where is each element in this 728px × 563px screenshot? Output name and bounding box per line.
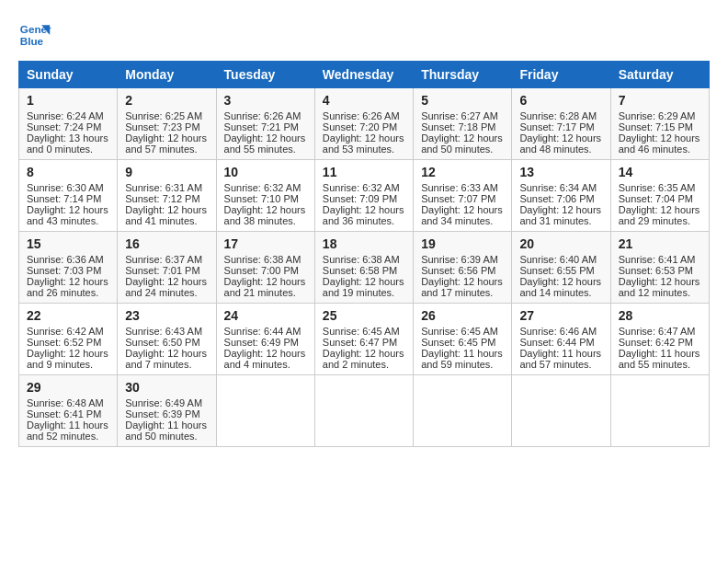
calendar-cell: 14Sunrise: 6:35 AMSunset: 7:04 PMDayligh… bbox=[610, 160, 709, 232]
day-info-line: Daylight: 11 hours bbox=[421, 348, 504, 359]
day-info-line: Sunset: 7:12 PM bbox=[125, 193, 208, 204]
calendar-cell: 19Sunrise: 6:39 AMSunset: 6:56 PMDayligh… bbox=[414, 232, 512, 304]
day-number: 7 bbox=[619, 93, 701, 108]
day-info-line: Sunset: 7:09 PM bbox=[323, 193, 405, 204]
day-info-line: Sunrise: 6:32 AM bbox=[323, 182, 405, 193]
day-info-line: Sunrise: 6:32 AM bbox=[224, 182, 307, 193]
calendar-cell: 30Sunrise: 6:49 AMSunset: 6:39 PMDayligh… bbox=[118, 375, 216, 447]
day-info-line: Daylight: 12 hours bbox=[421, 204, 504, 215]
day-info-line: Sunset: 6:39 PM bbox=[125, 408, 208, 419]
calendar-cell: 18Sunrise: 6:38 AMSunset: 6:58 PMDayligh… bbox=[314, 232, 413, 304]
day-info-line: Daylight: 12 hours bbox=[125, 348, 208, 359]
day-info-line: Sunset: 7:18 PM bbox=[421, 121, 504, 132]
day-info-line: and 36 minutes. bbox=[323, 215, 405, 226]
calendar-cell: 25Sunrise: 6:45 AMSunset: 6:47 PMDayligh… bbox=[314, 304, 413, 375]
day-info-line: Daylight: 12 hours bbox=[421, 132, 504, 144]
day-info-line: Daylight: 12 hours bbox=[323, 132, 405, 144]
day-number: 26 bbox=[421, 308, 504, 323]
day-info-line: Sunrise: 6:34 AM bbox=[519, 182, 602, 193]
day-info-line: and 0 minutes. bbox=[27, 144, 109, 155]
calendar-cell: 26Sunrise: 6:45 AMSunset: 6:45 PMDayligh… bbox=[414, 304, 512, 375]
day-info-line: Sunset: 7:24 PM bbox=[27, 121, 109, 132]
day-info-line: Sunset: 7:10 PM bbox=[224, 193, 307, 204]
day-info-line: Sunset: 6:56 PM bbox=[421, 265, 504, 276]
calendar-cell: 20Sunrise: 6:40 AMSunset: 6:55 PMDayligh… bbox=[512, 232, 610, 304]
day-info-line: and 48 minutes. bbox=[519, 144, 602, 155]
day-number: 20 bbox=[519, 236, 602, 251]
calendar-cell: 7Sunrise: 6:29 AMSunset: 7:15 PMDaylight… bbox=[610, 88, 709, 160]
day-info-line: and 57 minutes. bbox=[125, 144, 208, 155]
day-info-line: Daylight: 12 hours bbox=[323, 276, 405, 287]
day-number: 3 bbox=[224, 93, 307, 108]
day-info-line: and 31 minutes. bbox=[519, 215, 602, 226]
day-info-line: Sunset: 7:17 PM bbox=[519, 121, 602, 132]
day-info-line: Sunrise: 6:31 AM bbox=[125, 182, 208, 193]
calendar-cell: 24Sunrise: 6:44 AMSunset: 6:49 PMDayligh… bbox=[216, 304, 314, 375]
day-info-line: and 12 minutes. bbox=[619, 287, 701, 298]
calendar-cell: 1Sunrise: 6:24 AMSunset: 7:24 PMDaylight… bbox=[19, 88, 118, 160]
day-info-line: Sunrise: 6:44 AM bbox=[224, 326, 307, 337]
day-info-line: Daylight: 12 hours bbox=[619, 132, 701, 144]
day-info-line: Daylight: 12 hours bbox=[125, 204, 208, 215]
day-number: 23 bbox=[125, 308, 208, 323]
day-info-line: Daylight: 12 hours bbox=[27, 204, 109, 215]
day-info-line: Sunrise: 6:36 AM bbox=[27, 254, 109, 265]
calendar-cell: 6Sunrise: 6:28 AMSunset: 7:17 PMDaylight… bbox=[512, 88, 610, 160]
day-info-line: and 43 minutes. bbox=[27, 215, 109, 226]
day-info-line: Sunrise: 6:28 AM bbox=[519, 110, 602, 121]
day-info-line: Daylight: 12 hours bbox=[224, 348, 307, 359]
day-number: 10 bbox=[224, 165, 307, 179]
day-info-line: Sunset: 6:47 PM bbox=[323, 337, 405, 348]
day-info-line: Sunset: 7:00 PM bbox=[224, 265, 307, 276]
day-info-line: and 4 minutes. bbox=[224, 359, 307, 370]
day-info-line: Sunset: 7:23 PM bbox=[125, 121, 208, 132]
header-sunday: Sunday bbox=[19, 62, 118, 88]
day-number: 13 bbox=[519, 165, 602, 179]
day-info-line: and 24 minutes. bbox=[125, 287, 208, 298]
day-info-line: Sunrise: 6:47 AM bbox=[619, 326, 701, 337]
calendar-cell: 15Sunrise: 6:36 AMSunset: 7:03 PMDayligh… bbox=[19, 232, 118, 304]
calendar-cell: 2Sunrise: 6:25 AMSunset: 7:23 PMDaylight… bbox=[118, 88, 216, 160]
day-number: 25 bbox=[323, 308, 405, 323]
calendar-cell: 10Sunrise: 6:32 AMSunset: 7:10 PMDayligh… bbox=[216, 160, 314, 232]
calendar-cell: 11Sunrise: 6:32 AMSunset: 7:09 PMDayligh… bbox=[314, 160, 413, 232]
day-info-line: Sunrise: 6:48 AM bbox=[27, 397, 109, 408]
day-number: 1 bbox=[27, 93, 109, 108]
day-info-line: and 14 minutes. bbox=[519, 287, 602, 298]
day-info-line: Daylight: 12 hours bbox=[323, 348, 405, 359]
calendar-cell: 9Sunrise: 6:31 AMSunset: 7:12 PMDaylight… bbox=[118, 160, 216, 232]
day-info-line: Sunrise: 6:45 AM bbox=[323, 326, 405, 337]
calendar-cell: 17Sunrise: 6:38 AMSunset: 7:00 PMDayligh… bbox=[216, 232, 314, 304]
day-number: 8 bbox=[27, 165, 109, 179]
day-info-line: Daylight: 12 hours bbox=[519, 276, 602, 287]
day-number: 16 bbox=[125, 236, 208, 251]
day-info-line: Sunset: 7:20 PM bbox=[323, 121, 405, 132]
day-info-line: Sunset: 6:41 PM bbox=[27, 408, 109, 419]
day-info-line: Daylight: 12 hours bbox=[27, 348, 109, 359]
day-info-line: Sunrise: 6:38 AM bbox=[224, 254, 307, 265]
day-info-line: Daylight: 12 hours bbox=[125, 276, 208, 287]
day-info-line: and 50 minutes. bbox=[421, 144, 504, 155]
day-info-line: Sunset: 7:15 PM bbox=[619, 121, 701, 132]
day-info-line: and 41 minutes. bbox=[125, 215, 208, 226]
day-info-line: Sunset: 7:01 PM bbox=[125, 265, 208, 276]
day-info-line: Sunrise: 6:30 AM bbox=[27, 182, 109, 193]
day-info-line: Sunrise: 6:42 AM bbox=[27, 326, 109, 337]
day-info-line: Daylight: 12 hours bbox=[224, 132, 307, 144]
day-number: 6 bbox=[519, 93, 602, 108]
day-info-line: Daylight: 12 hours bbox=[619, 204, 701, 215]
day-info-line: Sunrise: 6:33 AM bbox=[421, 182, 504, 193]
calendar-cell: 3Sunrise: 6:26 AMSunset: 7:21 PMDaylight… bbox=[216, 88, 314, 160]
header-tuesday: Tuesday bbox=[216, 62, 314, 88]
day-number: 22 bbox=[27, 308, 109, 323]
day-info-line: and 19 minutes. bbox=[323, 287, 405, 298]
day-info-line: Sunset: 7:14 PM bbox=[27, 193, 109, 204]
day-number: 30 bbox=[125, 380, 208, 395]
day-info-line: Sunset: 6:53 PM bbox=[619, 265, 701, 276]
day-number: 29 bbox=[27, 380, 109, 395]
calendar-week-1: 1Sunrise: 6:24 AMSunset: 7:24 PMDaylight… bbox=[19, 88, 710, 160]
day-info-line: Sunrise: 6:38 AM bbox=[323, 254, 405, 265]
day-info-line: Sunrise: 6:39 AM bbox=[421, 254, 504, 265]
day-info-line: Sunrise: 6:41 AM bbox=[619, 254, 701, 265]
day-info-line: Sunset: 7:21 PM bbox=[224, 121, 307, 132]
